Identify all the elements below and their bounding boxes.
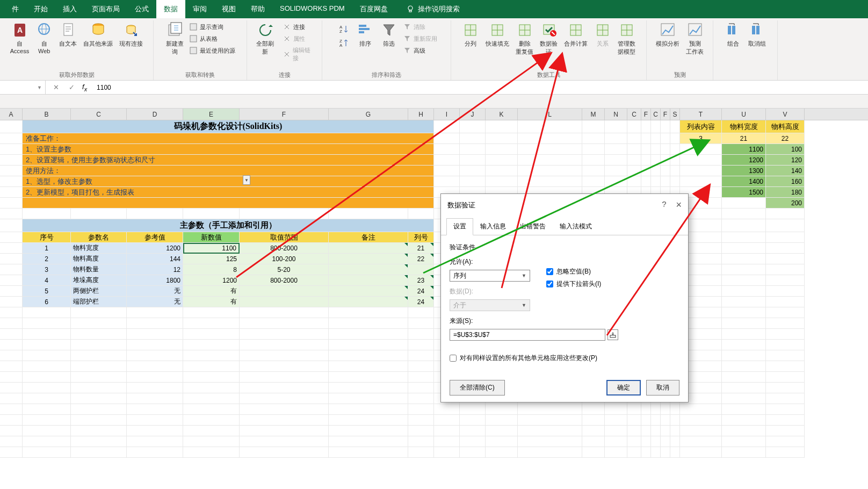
cell[interactable] bbox=[766, 254, 805, 264]
cell[interactable] bbox=[127, 393, 183, 404]
column-header[interactable]: H bbox=[408, 109, 434, 120]
cell[interactable] bbox=[0, 187, 23, 198]
cell[interactable] bbox=[408, 307, 434, 318]
cell[interactable] bbox=[0, 254, 23, 264]
cell[interactable] bbox=[766, 404, 805, 415]
cell[interactable] bbox=[240, 436, 329, 447]
cell[interactable]: 2 bbox=[23, 254, 71, 264]
cell[interactable] bbox=[661, 404, 670, 415]
cancel-formula-icon[interactable]: ✕ bbox=[51, 83, 61, 91]
column-headers[interactable]: ABCDEFGHIJKLMNCFCFSTUV bbox=[0, 109, 868, 120]
cell[interactable] bbox=[670, 144, 680, 155]
cell[interactable] bbox=[661, 144, 670, 155]
cell[interactable] bbox=[127, 340, 183, 350]
cell[interactable] bbox=[329, 372, 408, 383]
cell[interactable] bbox=[722, 447, 766, 458]
cell[interactable]: 1800 bbox=[127, 275, 183, 286]
cell[interactable]: 1、设置主参数 bbox=[23, 144, 434, 155]
cell[interactable] bbox=[408, 329, 434, 340]
menu-tab-3[interactable]: 页面布局 bbox=[84, 0, 127, 18]
ribbon-btn-small[interactable]: 最近使用的源 bbox=[187, 45, 237, 56]
cell[interactable] bbox=[641, 155, 651, 166]
ribbon-btn[interactable]: 快速填充 bbox=[482, 20, 512, 49]
cell[interactable] bbox=[661, 436, 670, 447]
cell[interactable]: 两侧护栏 bbox=[71, 286, 127, 297]
name-box[interactable]: ▼ bbox=[0, 81, 46, 94]
cell[interactable] bbox=[460, 133, 486, 144]
cell[interactable] bbox=[582, 436, 605, 447]
cell[interactable] bbox=[183, 307, 240, 318]
cell[interactable] bbox=[0, 133, 23, 144]
cell[interactable] bbox=[627, 447, 641, 458]
cell[interactable] bbox=[329, 307, 408, 318]
cell[interactable] bbox=[434, 166, 460, 176]
cell[interactable] bbox=[183, 393, 240, 404]
cell[interactable] bbox=[329, 447, 408, 458]
menu-tab-4[interactable]: 公式 bbox=[127, 0, 156, 18]
cell[interactable] bbox=[670, 176, 680, 187]
cell[interactable] bbox=[0, 155, 23, 166]
cell[interactable] bbox=[460, 436, 486, 447]
cell[interactable]: 无 bbox=[127, 286, 183, 297]
cell[interactable] bbox=[460, 176, 486, 187]
cell[interactable] bbox=[641, 133, 651, 144]
ribbon-btn[interactable]: 管理数 据模型 bbox=[614, 20, 639, 57]
cell[interactable] bbox=[183, 350, 240, 361]
cell[interactable] bbox=[329, 340, 408, 350]
cell[interactable] bbox=[766, 243, 805, 254]
cell[interactable] bbox=[651, 176, 661, 187]
cell[interactable] bbox=[408, 404, 434, 415]
cell[interactable]: 1200 bbox=[127, 243, 183, 254]
cell[interactable] bbox=[0, 307, 23, 318]
ribbon-btn[interactable]: 分列 bbox=[459, 20, 482, 49]
cell[interactable]: 5-20 bbox=[240, 264, 329, 275]
ribbon-btn[interactable]: 自其他来源 bbox=[80, 20, 116, 49]
cell[interactable] bbox=[766, 297, 805, 307]
sort-button[interactable]: 排序 bbox=[353, 20, 377, 49]
cell[interactable] bbox=[627, 436, 641, 447]
cell[interactable] bbox=[183, 426, 240, 436]
cell[interactable] bbox=[460, 155, 486, 166]
cell[interactable] bbox=[582, 166, 605, 176]
cell[interactable] bbox=[23, 307, 71, 318]
cell[interactable]: 6 bbox=[23, 297, 71, 307]
cell[interactable] bbox=[486, 133, 518, 144]
cell[interactable] bbox=[71, 340, 127, 350]
cell[interactable] bbox=[661, 155, 670, 166]
cell[interactable] bbox=[680, 176, 722, 187]
cell[interactable] bbox=[605, 133, 627, 144]
cell[interactable] bbox=[0, 361, 23, 372]
cell[interactable] bbox=[766, 361, 805, 372]
cell[interactable] bbox=[240, 383, 329, 393]
cell[interactable] bbox=[627, 415, 641, 426]
cell[interactable] bbox=[766, 232, 805, 243]
spreadsheet[interactable]: ABCDEFGHIJKLMNCFCFSTUV 码垛机参数化设计(SolidKit… bbox=[0, 109, 868, 489]
cell[interactable]: 1500 bbox=[722, 187, 766, 198]
ribbon-btn[interactable]: 取消组 bbox=[745, 20, 769, 49]
cell[interactable] bbox=[408, 372, 434, 383]
cell[interactable] bbox=[434, 426, 460, 436]
cell[interactable] bbox=[240, 350, 329, 361]
cell[interactable] bbox=[627, 166, 641, 176]
cell[interactable] bbox=[627, 404, 641, 415]
cell[interactable] bbox=[240, 208, 329, 219]
cell[interactable] bbox=[329, 426, 408, 436]
cell[interactable] bbox=[518, 144, 582, 155]
column-header[interactable]: M bbox=[582, 109, 605, 120]
cell[interactable] bbox=[722, 372, 766, 383]
cell[interactable] bbox=[408, 318, 434, 329]
cell[interactable] bbox=[0, 120, 23, 133]
cell[interactable] bbox=[329, 393, 408, 404]
cell[interactable] bbox=[127, 426, 183, 436]
cell[interactable] bbox=[722, 415, 766, 426]
cell[interactable] bbox=[680, 155, 722, 166]
cell[interactable] bbox=[582, 426, 605, 436]
cell[interactable]: 120 bbox=[766, 155, 805, 166]
cell[interactable] bbox=[127, 318, 183, 329]
column-header[interactable]: U bbox=[722, 109, 766, 120]
cell[interactable] bbox=[605, 144, 627, 155]
cell[interactable] bbox=[127, 372, 183, 383]
cell[interactable]: 2、设置逻辑，使用主参数驱动状态和尺寸 bbox=[23, 155, 434, 166]
cell[interactable] bbox=[641, 436, 651, 447]
cell[interactable] bbox=[670, 404, 680, 415]
